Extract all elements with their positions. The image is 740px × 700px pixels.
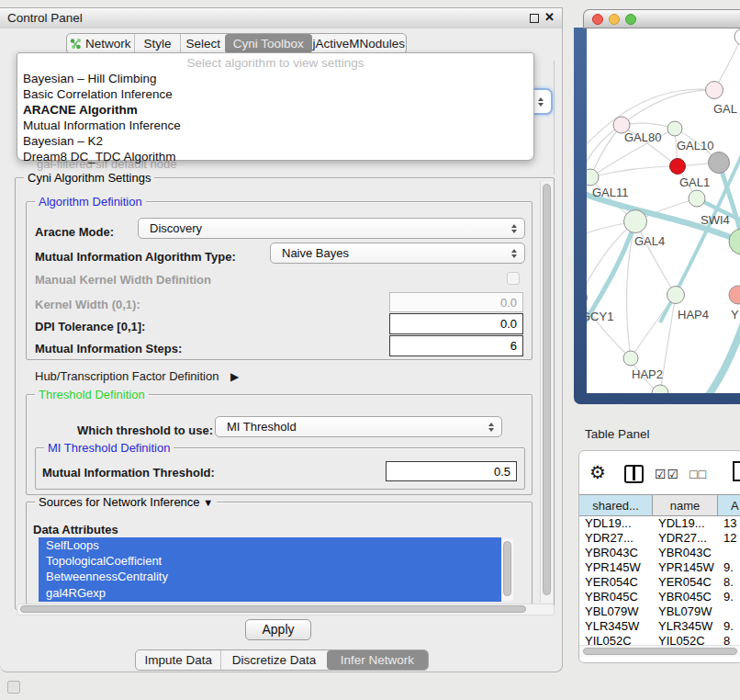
node-bottom-partial[interactable] — [652, 385, 668, 393]
settings-scroll-thumb[interactable] — [543, 184, 551, 595]
gear-icon[interactable]: ⚙ — [589, 461, 606, 483]
node-gal10[interactable] — [667, 121, 682, 136]
table-horizontal-scrollbar[interactable] — [579, 645, 740, 657]
node-label: Y — [731, 308, 739, 322]
table-row[interactable]: YLR345WYLR345W9. — [579, 619, 740, 634]
control-panel-title: Control Panel — [7, 11, 83, 25]
node-label: GAL4 — [634, 234, 665, 248]
node-gcy1[interactable] — [587, 290, 588, 306]
algorithm-item[interactable]: Mutual Information Inference — [23, 119, 181, 132]
node-bright-green[interactable] — [729, 229, 740, 254]
mi-steps-field[interactable]: 6 — [389, 335, 523, 356]
node-gal[interactable] — [706, 82, 723, 99]
column-header-shared-name[interactable]: shared... — [579, 495, 653, 515]
algorithm-item[interactable]: Bayesian – K2 — [23, 134, 103, 148]
node-hap4[interactable] — [667, 287, 685, 304]
dpi-tolerance-field[interactable]: 0.0 — [389, 313, 523, 334]
window-close-icon[interactable] — [592, 14, 603, 25]
table-hscroll-thumb[interactable] — [583, 648, 737, 655]
sources-group-title[interactable]: Sources for Network Inference ▼ — [35, 495, 217, 509]
collapsed-panel-icon[interactable] — [7, 681, 20, 694]
network-edges-teal — [587, 137, 740, 393]
network-node-labels: GAL80 GAL GAL10 GAL1 GAL11 SWI4 GAL4 GCY… — [587, 102, 739, 381]
node-unlabeled[interactable] — [734, 28, 740, 45]
mi-steps-label: Mutual Information Steps: — [35, 342, 182, 356]
table-row[interactable]: YDL19...YDL19...13 — [579, 516, 740, 531]
network-window-titlebar[interactable] — [583, 9, 740, 28]
hub-definition-toggle[interactable]: Hub/Transcription Factor Definition ▶ — [35, 369, 239, 383]
kernel-width-label: Kernel Width (0,1): — [35, 298, 140, 311]
screenshot-root: Control Panel ✕ Network Style Select Cyn… — [0, 0, 740, 700]
combo-stepper-icon — [511, 224, 517, 233]
list-item[interactable]: SelfLoops — [46, 537, 501, 553]
attributes-scroll-thumb[interactable] — [503, 541, 511, 596]
node-gal4[interactable] — [624, 210, 647, 233]
select-all-columns-icon[interactable]: ☑☑ — [655, 467, 679, 481]
aracne-mode-combo[interactable]: Discovery — [138, 218, 525, 239]
threshold-definition-title: Threshold Definition — [35, 388, 149, 401]
algorithm-item-selected[interactable]: ARACNE Algorithm — [23, 103, 138, 117]
tab-network[interactable]: Network — [67, 34, 134, 53]
node-label: GAL11 — [592, 186, 629, 199]
table-row[interactable]: YER054CYER054C8. — [579, 575, 740, 590]
table-row[interactable]: YDR27...YDR27...12 — [579, 531, 740, 546]
column-header-partial[interactable]: A — [718, 495, 740, 515]
mi-threshold-label: Mutual Information Threshold: — [42, 466, 215, 480]
list-item[interactable]: TopologicalCoefficient — [46, 553, 501, 569]
algorithm-item[interactable]: Basic Correlation Inference — [23, 87, 173, 101]
network-graph[interactable]: GAL80 GAL GAL10 GAL1 GAL11 SWI4 GAL4 GCY… — [587, 28, 740, 393]
column-header-name[interactable]: name — [653, 495, 718, 515]
node-label: HAP4 — [678, 308, 709, 322]
table-row[interactable]: YPR145WYPR145W9. — [579, 560, 740, 575]
node-label: GAL — [713, 102, 737, 116]
hub-expand-arrow-icon: ▶ — [230, 370, 239, 383]
apply-button[interactable]: Apply — [245, 619, 311, 640]
split-columns-icon[interactable] — [624, 465, 644, 483]
tab-style[interactable]: Style — [134, 34, 181, 53]
attributes-scrollbar[interactable] — [502, 538, 513, 601]
network-canvas[interactable]: GAL80 GAL GAL10 GAL1 GAL11 SWI4 GAL4 GCY… — [587, 28, 740, 393]
list-item[interactable]: BetweennessCentrality — [46, 569, 501, 584]
node-red-selected[interactable] — [670, 159, 686, 175]
tab-impute-data[interactable]: Impute Data — [136, 650, 220, 670]
node-label: GAL80 — [624, 130, 661, 144]
which-threshold-combo[interactable]: MI Threshold — [215, 416, 502, 437]
settings-hscroll-thumb[interactable] — [20, 605, 526, 613]
network-icon — [70, 38, 82, 50]
mi-threshold-field[interactable]: 0.5 — [386, 461, 517, 481]
deselect-all-columns-icon[interactable]: □□ — [690, 467, 707, 481]
window-minimize-icon[interactable] — [609, 14, 620, 25]
list-item[interactable]: gal4RGexp — [46, 585, 501, 601]
node-label: GCY1 — [587, 310, 613, 323]
node-gal11[interactable] — [587, 169, 599, 186]
table-row[interactable]: YBR045CYBR045C9. — [579, 590, 740, 604]
table-panel-title: Table Panel — [585, 427, 650, 441]
table-row[interactable]: YBR043CYBR043C — [579, 546, 740, 560]
float-window-icon[interactable] — [530, 14, 539, 23]
algorithm-item[interactable]: Bayesian – Hill Climbing — [23, 72, 157, 85]
dpi-tolerance-label: DPI Tolerance [0,1]: — [35, 320, 145, 333]
algorithm-item[interactable]: Dream8 DC_TDC Algorithm — [23, 150, 176, 164]
new-table-icon[interactable] — [733, 461, 740, 481]
node-swi4[interactable] — [689, 190, 705, 207]
window-zoom-icon[interactable] — [625, 14, 636, 25]
settings-horizontal-scrollbar[interactable] — [17, 604, 555, 615]
node-salmon[interactable] — [729, 286, 740, 304]
tab-select[interactable]: Select — [180, 34, 225, 53]
tab-infer-network[interactable]: Infer Network — [327, 650, 428, 670]
tab-jactivemnodules[interactable]: jActiveMNodules — [312, 34, 406, 53]
settings-vertical-scrollbar[interactable] — [540, 181, 554, 603]
table-row[interactable]: YBL079WYBL079W — [579, 604, 740, 619]
mi-type-combo[interactable]: Naive Bayes — [270, 243, 525, 264]
mi-type-label: Mutual Information Algorithm Type: — [35, 250, 236, 264]
tab-cyni-toolbox[interactable]: Cyni Toolbox — [225, 34, 311, 53]
table-header-row: shared... name A — [579, 494, 740, 516]
node-gray[interactable] — [709, 152, 730, 174]
tab-discretize-data[interactable]: Discretize Data — [220, 650, 326, 670]
close-icon[interactable]: ✕ — [544, 10, 555, 24]
data-attributes-label: Data Attributes — [33, 523, 118, 536]
manual-kernel-checkbox[interactable] — [507, 272, 520, 285]
which-threshold-label: Which threshold to use: — [77, 423, 213, 437]
kernel-width-field[interactable]: 0.0 — [389, 292, 523, 312]
node-hap2[interactable] — [623, 351, 638, 366]
